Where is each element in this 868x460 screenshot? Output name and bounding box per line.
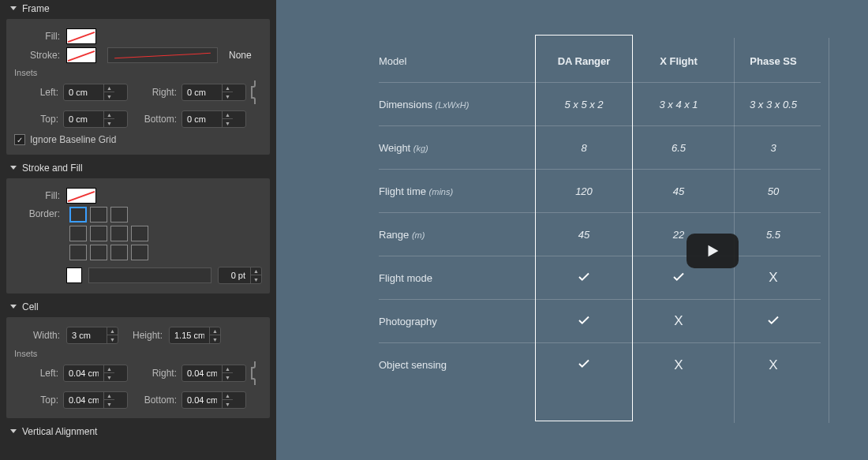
section-strokefill-header[interactable]: Stroke and Fill	[0, 159, 276, 178]
inset-left-label: Left:	[14, 368, 58, 379]
cell-height-field[interactable]: ▲▼	[169, 327, 221, 344]
table-cell[interactable]: 5 x 5 x 2	[537, 99, 631, 110]
cell-inset-top-input[interactable]	[64, 395, 103, 405]
header-col2[interactable]: X Flight	[631, 55, 726, 67]
border-outer-icon[interactable]	[110, 207, 128, 223]
row-label[interactable]: Weight (kg)	[379, 142, 537, 154]
row-label[interactable]: Flight time (mins)	[379, 185, 537, 197]
border-left-icon[interactable]	[69, 245, 87, 260]
inset-left-input[interactable]	[64, 88, 103, 97]
table-cell[interactable]: X	[631, 357, 726, 373]
border-selector-row2	[69, 226, 148, 241]
video-play-button[interactable]	[687, 234, 739, 268]
table-cell[interactable]	[537, 270, 631, 286]
stepper[interactable]: ▲▼	[103, 365, 114, 381]
row-label[interactable]: Dimensions (LxWxH)	[379, 99, 537, 110]
link-insets-icon[interactable]	[251, 79, 259, 106]
table-cell[interactable]: 3 x 3 x 0.5	[726, 99, 821, 110]
row-label[interactable]: Object sensing	[379, 359, 537, 371]
cell-inset-left-input[interactable]	[64, 368, 103, 378]
stroke-color-swatch[interactable]	[66, 267, 82, 283]
stroke-style-preview[interactable]	[107, 47, 218, 63]
stepper[interactable]: ▲▼	[103, 84, 114, 100]
table-cell[interactable]: 8	[537, 142, 631, 154]
border-hmid-icon[interactable]	[90, 226, 107, 241]
cell-inset-right-input[interactable]	[182, 368, 222, 378]
table-cell[interactable]: 45	[631, 185, 726, 197]
inset-bottom-field[interactable]: ▲▼	[181, 110, 246, 128]
check-icon	[766, 313, 780, 327]
table-cell[interactable]	[726, 313, 821, 330]
properties-panel: Frame Fill: Stroke: None Insets Left: ▲▼…	[0, 0, 276, 460]
comparison-table[interactable]: Model DA Ranger X Flight Phase SS Dimens…	[379, 39, 821, 387]
fill-swatch[interactable]	[66, 188, 96, 204]
document-canvas[interactable]: Model DA Ranger X Flight Phase SS Dimens…	[276, 0, 868, 460]
cell-inset-right-field[interactable]: ▲▼	[181, 365, 246, 382]
disclosure-triangle-icon	[9, 164, 17, 172]
table-cell[interactable]: 5.5	[726, 229, 821, 241]
row-label[interactable]: Range (m)	[379, 229, 537, 241]
cell-inset-top-field[interactable]: ▲▼	[63, 391, 128, 409]
cell-width-field[interactable]: ▲▼	[66, 327, 118, 344]
table-cell[interactable]: 3	[726, 142, 821, 154]
inset-top-field[interactable]: ▲▼	[63, 110, 128, 128]
table-cell[interactable]: 45	[537, 229, 631, 241]
border-right-icon[interactable]	[110, 245, 128, 260]
stepper[interactable]: ▲▼	[222, 111, 233, 127]
border-top-icon[interactable]	[69, 226, 87, 241]
cell-height-input[interactable]	[170, 331, 209, 340]
table-cell[interactable]: 6.5	[631, 142, 726, 154]
inset-top-input[interactable]	[64, 114, 103, 124]
insets-heading: Insets	[14, 349, 262, 358]
section-valign-header[interactable]: Vertical Alignment	[0, 423, 276, 442]
border-all-icon[interactable]	[69, 207, 87, 223]
stepper[interactable]: ▲▼	[103, 111, 114, 127]
fill-swatch[interactable]	[66, 28, 96, 44]
section-frame-header[interactable]: Frame	[0, 0, 276, 19]
cell-inset-left-field[interactable]: ▲▼	[63, 365, 128, 382]
border-horiz-icon[interactable]	[131, 226, 148, 241]
stepper[interactable]: ▲▼	[209, 327, 220, 343]
table-cell[interactable]	[537, 313, 631, 330]
cell-width-input[interactable]	[67, 331, 107, 340]
header-model[interactable]: Model	[379, 55, 537, 67]
stroke-swatch[interactable]	[66, 47, 96, 63]
table-cell[interactable]: 50	[726, 185, 821, 197]
link-insets-icon[interactable]	[251, 360, 259, 387]
border-selector-row3	[69, 245, 148, 260]
header-col3[interactable]: Phase SS	[726, 55, 821, 67]
stepper[interactable]: ▲▼	[222, 365, 233, 381]
table-row: Range (m)45225.5	[379, 213, 821, 256]
row-label[interactable]: Flight mode	[379, 272, 537, 284]
stepper[interactable]: ▲▼	[250, 267, 261, 283]
table-cell[interactable]	[631, 270, 726, 286]
border-inner-icon[interactable]	[90, 207, 107, 223]
table-cell[interactable]: X	[631, 313, 726, 329]
stepper[interactable]: ▲▼	[103, 392, 114, 408]
inset-right-input[interactable]	[182, 88, 222, 97]
stepper[interactable]: ▲▼	[222, 84, 233, 100]
stepper[interactable]: ▲▼	[222, 392, 233, 408]
table-cell[interactable]	[537, 357, 631, 373]
check-icon	[577, 357, 591, 371]
table-cell[interactable]: 120	[537, 185, 631, 197]
inset-right-field[interactable]: ▲▼	[181, 84, 246, 101]
inset-bottom-input[interactable]	[182, 114, 222, 124]
table-cell[interactable]: 3 x 4 x 1	[631, 99, 726, 110]
inset-right-label: Right:	[133, 87, 177, 98]
table-cell[interactable]: X	[726, 270, 821, 286]
stroke-width-preview[interactable]	[88, 267, 211, 283]
header-col1[interactable]: DA Ranger	[537, 55, 631, 67]
section-cell-header[interactable]: Cell	[0, 298, 276, 317]
row-label[interactable]: Photography	[379, 316, 537, 327]
border-vmid-icon[interactable]	[90, 245, 107, 260]
cell-inset-bottom-input[interactable]	[182, 395, 222, 405]
cell-inset-bottom-field[interactable]: ▲▼	[181, 391, 246, 409]
stepper[interactable]: ▲▼	[107, 327, 118, 343]
table-cell[interactable]: X	[726, 357, 821, 373]
stroke-weight-input[interactable]	[219, 271, 250, 280]
ignore-baseline-checkbox[interactable]: ✓ Ignore Baseline Grid	[14, 134, 262, 145]
inset-left-field[interactable]: ▲▼	[63, 84, 128, 101]
border-vert-icon[interactable]	[131, 245, 148, 260]
border-bottom-icon[interactable]	[110, 226, 128, 241]
